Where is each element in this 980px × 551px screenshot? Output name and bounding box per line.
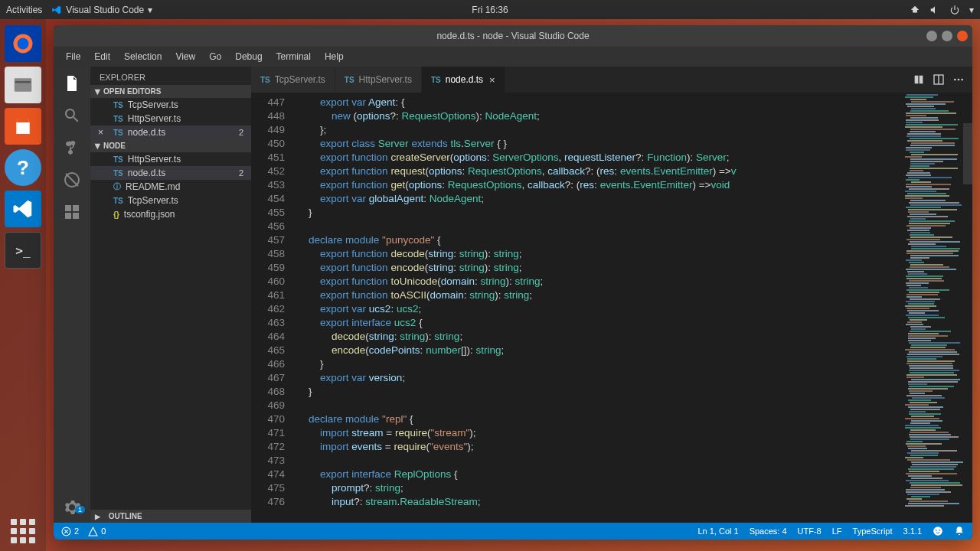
menu-help[interactable]: Help bbox=[318, 49, 350, 64]
open-editor-item[interactable]: TSHttpServer.ts bbox=[90, 112, 251, 126]
svg-point-11 bbox=[933, 527, 942, 536]
file-type-icon: TS bbox=[113, 101, 123, 109]
minimize-button[interactable] bbox=[926, 31, 937, 41]
explorer-title: EXPLORER bbox=[90, 67, 251, 85]
file-item[interactable]: {}tsconfig.json bbox=[90, 207, 251, 221]
editor-tabs: TSTcpServer.tsTSHttpServer.tsTSnode.d.ts… bbox=[251, 67, 972, 93]
minimap-scrollbar[interactable] bbox=[963, 123, 972, 184]
menu-go[interactable]: Go bbox=[203, 49, 227, 64]
code-content[interactable]: export var Agent: { new (options?: Reque… bbox=[297, 93, 903, 523]
vscode-icon bbox=[51, 5, 62, 15]
file-type-icon: TS bbox=[113, 169, 123, 178]
split-editor-icon[interactable] bbox=[933, 73, 945, 86]
menu-edit[interactable]: Edit bbox=[88, 49, 116, 64]
clock[interactable]: Fri 16:36 bbox=[472, 5, 508, 15]
menu-view[interactable]: View bbox=[169, 49, 201, 64]
network-icon[interactable] bbox=[910, 5, 920, 15]
menu-selection[interactable]: Selection bbox=[118, 49, 168, 64]
compare-icon[interactable] bbox=[913, 73, 925, 86]
dock-help[interactable]: ? bbox=[5, 149, 41, 186]
extensions-icon[interactable] bbox=[63, 203, 81, 221]
open-editor-item[interactable]: TSTcpServer.ts bbox=[90, 98, 251, 112]
maximize-button[interactable] bbox=[942, 31, 952, 41]
file-type-icon: TS bbox=[113, 129, 123, 137]
window-title: node.d.ts - node - Visual Studio Code bbox=[436, 31, 589, 41]
activities-button[interactable]: Activities bbox=[6, 5, 42, 15]
svg-point-7 bbox=[954, 79, 956, 81]
dock-terminal[interactable]: >_ bbox=[5, 232, 41, 269]
svg-point-9 bbox=[961, 79, 963, 81]
menu-terminal[interactable]: Terminal bbox=[270, 49, 317, 64]
minimap[interactable] bbox=[903, 93, 972, 523]
volume-icon[interactable] bbox=[929, 5, 940, 15]
editor-tab[interactable]: TSHttpServer.ts bbox=[335, 67, 422, 93]
dock-software[interactable] bbox=[5, 108, 41, 145]
status-errors[interactable]: 2 bbox=[61, 527, 79, 536]
bell-icon[interactable] bbox=[954, 526, 965, 536]
window-titlebar[interactable]: node.d.ts - node - Visual Studio Code bbox=[54, 25, 972, 47]
close-button[interactable] bbox=[957, 31, 968, 41]
file-item[interactable]: TSTcpServer.ts bbox=[90, 194, 251, 207]
ubuntu-dock: ? >_ bbox=[0, 19, 46, 551]
open-editors-header[interactable]: ▶OPEN EDITORS bbox=[90, 85, 251, 98]
file-type-icon: TS bbox=[260, 76, 270, 84]
dock-apps-grid[interactable] bbox=[11, 519, 35, 543]
more-icon[interactable] bbox=[952, 73, 965, 86]
menu-bar: FileEditSelectionViewGoDebugTerminalHelp bbox=[54, 47, 972, 67]
explorer-sidebar: EXPLORER ▶OPEN EDITORS TSTcpServer.tsTSH… bbox=[90, 67, 251, 523]
line-gutter: 4474484494504514524534544554564574584594… bbox=[251, 93, 297, 523]
tab-close-icon[interactable]: × bbox=[489, 74, 495, 86]
file-type-icon: TS bbox=[113, 197, 123, 205]
search-icon[interactable] bbox=[63, 106, 81, 125]
svg-point-1 bbox=[18, 38, 29, 50]
activity-bar: 1 bbox=[54, 67, 90, 523]
status-encoding[interactable]: UTF-8 bbox=[798, 527, 822, 536]
gear-badge: 1 bbox=[75, 506, 85, 514]
feedback-icon[interactable] bbox=[933, 526, 943, 536]
svg-point-13 bbox=[939, 530, 940, 531]
svg-rect-2 bbox=[15, 78, 32, 92]
dock-firefox[interactable] bbox=[5, 25, 41, 62]
editor-area: TSTcpServer.tsTSHttpServer.tsTSnode.d.ts… bbox=[251, 67, 972, 523]
explorer-icon[interactable] bbox=[63, 74, 81, 93]
file-type-icon: TS bbox=[113, 115, 123, 123]
status-ts-version[interactable]: 3.1.1 bbox=[903, 527, 922, 536]
status-eol[interactable]: LF bbox=[832, 527, 842, 536]
file-type-icon: TS bbox=[113, 155, 123, 164]
app-indicator[interactable]: Visual Studio Code ▾ bbox=[51, 5, 152, 15]
power-icon[interactable] bbox=[949, 5, 960, 15]
file-item[interactable]: ⓘREADME.md bbox=[90, 180, 251, 194]
status-bar: 2 0 Ln 1, Col 1 Spaces: 4 UTF-8 LF TypeS… bbox=[54, 523, 972, 540]
file-type-icon: TS bbox=[431, 76, 441, 84]
ubuntu-top-bar: Activities Visual Studio Code ▾ Fri 16:3… bbox=[0, 0, 980, 19]
vscode-window: node.d.ts - node - Visual Studio Code Fi… bbox=[54, 25, 972, 540]
editor-tab[interactable]: TSnode.d.ts× bbox=[422, 67, 505, 93]
status-language[interactable]: TypeScript bbox=[853, 527, 893, 536]
project-header[interactable]: ▶NODE bbox=[90, 139, 251, 152]
file-type-icon: TS bbox=[345, 76, 354, 84]
editor-tab[interactable]: TSTcpServer.ts bbox=[251, 67, 335, 93]
menu-debug[interactable]: Debug bbox=[229, 49, 268, 64]
file-item[interactable]: TSHttpServer.ts bbox=[90, 152, 251, 166]
debug-icon[interactable] bbox=[63, 171, 81, 189]
menu-file[interactable]: File bbox=[60, 49, 87, 64]
source-control-icon[interactable] bbox=[63, 139, 81, 157]
file-type-icon: {} bbox=[113, 210, 119, 219]
open-editor-item[interactable]: ×TSnode.d.ts2 bbox=[90, 126, 251, 139]
close-icon[interactable]: × bbox=[98, 127, 103, 138]
status-spaces[interactable]: Spaces: 4 bbox=[750, 527, 787, 536]
dock-vscode[interactable] bbox=[5, 191, 41, 227]
file-item[interactable]: TSnode.d.ts2 bbox=[90, 166, 251, 180]
dock-files[interactable] bbox=[5, 67, 41, 103]
svg-point-12 bbox=[936, 530, 937, 531]
svg-point-8 bbox=[958, 79, 960, 81]
outline-header[interactable]: ▶ OUTLINE bbox=[90, 510, 251, 523]
file-type-icon: ⓘ bbox=[113, 181, 121, 192]
status-cursor[interactable]: Ln 1, Col 1 bbox=[697, 527, 738, 536]
status-warnings[interactable]: 0 bbox=[88, 527, 106, 536]
svg-rect-3 bbox=[15, 81, 31, 83]
system-menu-arrow[interactable]: ▾ bbox=[969, 5, 974, 15]
